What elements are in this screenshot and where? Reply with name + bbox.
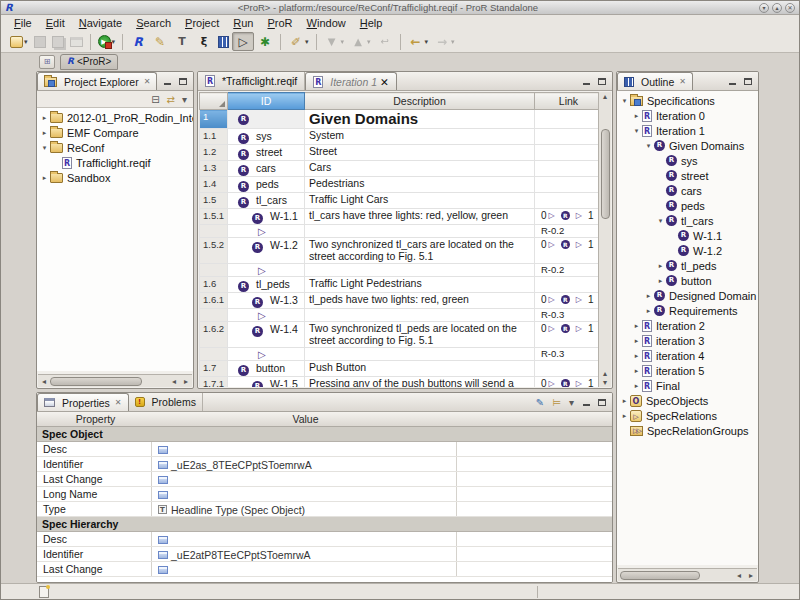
status-tip-icon[interactable] bbox=[39, 586, 49, 598]
minimize-panel-button[interactable] bbox=[161, 76, 173, 87]
new-wizard-button[interactable]: ▾ bbox=[7, 32, 31, 51]
description-cell[interactable] bbox=[305, 309, 535, 322]
property-row-identifier[interactable]: Identifier_uE2as_8TEeCPptSToemrwA bbox=[37, 457, 612, 472]
id-cell[interactable]: W-1.4 bbox=[228, 322, 305, 348]
minimize-panel-button[interactable] bbox=[580, 76, 592, 87]
tab-project-explorer[interactable]: Project Explorer ✕ bbox=[37, 72, 157, 90]
column-header-value[interactable]: Value bbox=[152, 412, 457, 426]
dropdown-caret-icon[interactable]: ▾ bbox=[425, 38, 429, 46]
row-number-cell[interactable]: 1.6.2 bbox=[200, 322, 228, 348]
collapse-all-button[interactable]: ⊟ bbox=[149, 94, 161, 105]
explorer-item-sandbox[interactable]: ▸Sandbox bbox=[37, 170, 193, 185]
row-number-cell[interactable]: 1.4 bbox=[200, 177, 228, 193]
property-row-identifier[interactable]: Identifier_uE2atP8TEeCPptSToemrwA bbox=[37, 547, 612, 562]
row-number-cell[interactable]: 1.5 bbox=[200, 193, 228, 209]
outline-item-iteration-3[interactable]: ▸iteration 3 bbox=[617, 333, 758, 348]
outline-item-iteration-5[interactable]: ▸iteration 5 bbox=[617, 363, 758, 378]
expand-icon[interactable]: ▸ bbox=[631, 367, 642, 375]
link-with-editor-button[interactable]: ⇄ bbox=[165, 94, 177, 105]
id-cell[interactable]: W-1.1 bbox=[228, 209, 305, 225]
outline-item-specifications[interactable]: ▾Specifications bbox=[617, 93, 758, 108]
explorer-item-reconf[interactable]: ▾ReConf bbox=[37, 140, 193, 155]
close-icon[interactable]: ✕ bbox=[144, 77, 151, 86]
link-cell[interactable]: R-0.2 bbox=[535, 225, 599, 238]
maximize-window-button[interactable]: ▴ bbox=[772, 3, 782, 13]
menu-help[interactable]: Help bbox=[353, 16, 390, 30]
property-value[interactable] bbox=[152, 487, 457, 501]
maximize-panel-button[interactable] bbox=[596, 76, 608, 87]
id-cell[interactable]: peds bbox=[228, 177, 305, 193]
menu-edit[interactable]: Edit bbox=[39, 16, 72, 30]
outline-item-peds[interactable]: peds bbox=[617, 198, 758, 213]
bug-tool-button[interactable]: ξ bbox=[193, 32, 215, 51]
menu-window[interactable]: Window bbox=[300, 16, 353, 30]
id-cell[interactable]: W-1.3 bbox=[228, 293, 305, 309]
property-row-type[interactable]: TypeHeadline Type (Spec Object) bbox=[37, 502, 612, 517]
gear-tool-button[interactable]: ✱ bbox=[254, 32, 276, 51]
tab-trafficlight-reqif[interactable]: *Trafficlight.reqif bbox=[198, 72, 305, 90]
outline-item-w-1-1[interactable]: W-1.1 bbox=[617, 228, 758, 243]
description-cell[interactable]: Push Button bbox=[305, 361, 535, 377]
column-header-link[interactable]: Link bbox=[535, 93, 599, 110]
link-cell[interactable]: R-0.3 bbox=[535, 348, 599, 361]
row-number-cell[interactable]: 1.6 bbox=[200, 277, 228, 293]
run-external-tools-button[interactable]: ▶▾ bbox=[95, 32, 119, 51]
link-cell[interactable] bbox=[535, 193, 599, 209]
maximize-panel-button[interactable] bbox=[596, 397, 608, 408]
link-cell[interactable] bbox=[535, 145, 599, 161]
collapse-icon[interactable]: ▾ bbox=[655, 217, 666, 225]
maximize-panel-button[interactable] bbox=[177, 76, 189, 87]
outline-item-button[interactable]: ▸button bbox=[617, 273, 758, 288]
id-cell[interactable] bbox=[228, 110, 305, 129]
close-icon[interactable]: ✕ bbox=[115, 398, 122, 407]
minimize-window-button[interactable]: ▾ bbox=[759, 3, 769, 13]
outline-item-specobjects[interactable]: ▸SpecObjects bbox=[617, 393, 758, 408]
description-cell[interactable]: tl_peds have two lights: red, green bbox=[305, 293, 535, 309]
description-cell[interactable]: Two synchronized tl_peds are located on … bbox=[305, 322, 535, 348]
expand-icon[interactable]: ▸ bbox=[631, 382, 642, 390]
link-cell[interactable]: 01 bbox=[535, 322, 599, 348]
tab-problems[interactable]: ! Problems bbox=[129, 393, 203, 411]
explorer-item-2012-01-pror-rodin-integ[interactable]: ▸2012-01_ProR_Rodin_Integ bbox=[37, 110, 193, 125]
expand-icon[interactable]: ▸ bbox=[643, 307, 654, 315]
scrollbar-thumb[interactable] bbox=[50, 377, 142, 386]
column-header-row-number[interactable] bbox=[200, 93, 228, 110]
id-cell[interactable]: W-1.2 bbox=[228, 238, 305, 264]
scroll-up-icon[interactable]: ▴ bbox=[599, 92, 611, 101]
link-cell[interactable] bbox=[535, 177, 599, 193]
link-cell[interactable]: 01 bbox=[535, 209, 599, 225]
expand-icon[interactable]: ▸ bbox=[655, 262, 666, 270]
menu-search[interactable]: Search bbox=[129, 16, 178, 30]
description-cell[interactable]: System bbox=[305, 129, 535, 145]
row-number-cell[interactable]: 1.5.2 bbox=[200, 238, 228, 264]
column-header-property[interactable]: Property bbox=[37, 412, 152, 426]
property-row-long-name[interactable]: Long Name bbox=[37, 487, 612, 502]
property-value[interactable] bbox=[152, 532, 457, 546]
link-cell[interactable] bbox=[535, 110, 599, 129]
play-tool-button[interactable]: ▷ bbox=[232, 32, 254, 51]
expand-icon[interactable]: ▸ bbox=[39, 129, 50, 137]
dropdown-caret-icon[interactable]: ▾ bbox=[451, 38, 455, 46]
row-number-cell[interactable] bbox=[200, 225, 228, 238]
menu-project[interactable]: Project bbox=[178, 16, 226, 30]
perspective-tab-pror[interactable]: R <ProR> bbox=[60, 54, 118, 70]
view-menu-button[interactable]: ▾ bbox=[180, 94, 189, 105]
outline-item-tl-cars[interactable]: ▾tl_cars bbox=[617, 213, 758, 228]
id-cell[interactable]: cars bbox=[228, 161, 305, 177]
pror-tool-button[interactable]: R bbox=[127, 32, 149, 51]
scroll-right-icon[interactable]: ▸ bbox=[745, 571, 757, 580]
outline-item-iteration-2[interactable]: ▸Iteration 2 bbox=[617, 318, 758, 333]
expand-icon[interactable]: ▸ bbox=[39, 174, 50, 182]
scroll-left-icon[interactable]: ◂ bbox=[38, 377, 50, 386]
column-header-description[interactable]: Description bbox=[305, 93, 535, 110]
property-row-desc[interactable]: Desc bbox=[37, 442, 612, 457]
property-row-last-change[interactable]: Last Change bbox=[37, 562, 612, 577]
description-cell[interactable]: Two synchronized tl_cars are located on … bbox=[305, 238, 535, 264]
editor-vscrollbar[interactable]: ▴ ▴ ▾ bbox=[598, 92, 611, 387]
outline-item-specrelationgroups[interactable]: SpecRelationGroups bbox=[617, 423, 758, 438]
link-cell[interactable] bbox=[535, 277, 599, 293]
search-button[interactable]: ✐▾ bbox=[285, 32, 312, 51]
property-row-last-change[interactable]: Last Change bbox=[37, 472, 612, 487]
show-categories-button[interactable]: ⊨ bbox=[550, 397, 563, 408]
link-cell[interactable]: R-0.3 bbox=[535, 309, 599, 322]
